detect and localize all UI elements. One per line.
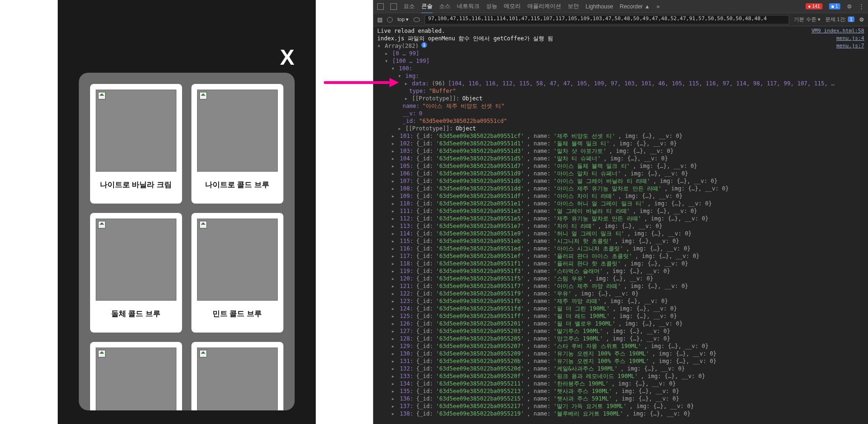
broken-image-icon [98, 92, 106, 99]
gear-icon[interactable]: ⚙ [859, 16, 864, 23]
caret-icon: ▸ [391, 320, 396, 327]
devtools-tabbar: 요소 콘솔 소스 네트워크 성능 메모리 애플리케이션 보안 Lighthous… [373, 0, 868, 13]
tab-sources[interactable]: 소스 [439, 2, 450, 10]
log-row[interactable]: ▸108: {_id: '63d5ee09e385022ba09551dd', … [373, 185, 868, 192]
log-row[interactable]: ▸117: {_id: '63d5ee09e385022ba09551ef', … [373, 252, 868, 260]
log-row[interactable]: ▸118: {_id: '63d5ee09e385022ba09551f1', … [373, 260, 868, 267]
tab-network[interactable]: 네트워크 [457, 2, 480, 10]
log-row[interactable]: ▸128: {_id: '63d5ee09e385022ba0955205', … [373, 335, 868, 342]
caret-icon: ▸ [391, 260, 396, 267]
log-row[interactable]: ▸137: {_id: '63d5ee09e385022ba0955217', … [373, 402, 868, 410]
issues-counter[interactable]: 문제 1건: 1 [825, 16, 854, 23]
gear-icon[interactable]: ⚙ [847, 3, 852, 10]
caret-icon: ▸ [391, 132, 396, 140]
tab-application[interactable]: 애플리케이션 [527, 2, 561, 10]
menu-card[interactable] [90, 342, 182, 410]
source-link[interactable]: menu.js:4 [836, 35, 864, 42]
log-row[interactable]: ▸123: {_id: '63d5ee09e385022ba09551fb', … [373, 297, 868, 305]
log-row[interactable]: ▸113: {_id: '63d5ee09e385022ba09551e7', … [373, 222, 868, 230]
log-row[interactable]: ▸120: {_id: '63d5ee09e385022ba09551f5', … [373, 275, 868, 282]
inspect-icon[interactable] [377, 3, 384, 10]
log-row[interactable]: ▸136: {_id: '63d5ee09e385022ba0955215', … [373, 395, 868, 402]
log-row[interactable]: ▸129: {_id: '63d5ee09e385022ba0955207', … [373, 342, 868, 350]
log-row[interactable]: ▸125: {_id: '63d5ee09e385022ba09551ff', … [373, 312, 868, 320]
caret-icon: ▾ [377, 42, 382, 50]
log-row[interactable]: ▸132: {_id: '63d5ee09e385022ba095520d', … [373, 365, 868, 372]
log-row[interactable]: ▸135: {_id: '63d5ee09e385022ba0955213', … [373, 387, 868, 395]
log-row[interactable]: ▸105: {_id: '63d5ee09e385022ba09551d7', … [373, 162, 868, 170]
log-row[interactable]: ▸110: {_id: '63d5ee09e385022ba09551e1', … [373, 200, 868, 207]
log-row[interactable]: ▸112: {_id: '63d5ee09e385022ba09551e5', … [373, 215, 868, 222]
info-badge[interactable]: ■ 1 [829, 3, 840, 9]
log-row[interactable]: ▸121: {_id: '63d5ee09e385022ba09551f7', … [373, 282, 868, 290]
log-row[interactable]: ▸114: {_id: '63d5ee09e385022ba09551e9', … [373, 230, 868, 237]
context-selector[interactable]: top ▾ [397, 16, 409, 23]
log-row[interactable]: ▸133: {_id: '63d5ee09e385022ba095520f', … [373, 372, 868, 380]
device-toggle-icon[interactable] [390, 3, 397, 10]
log-row[interactable]: ▸115: {_id: '63d5ee09e385022ba09551eb', … [373, 237, 868, 245]
caret-icon: ▸ [391, 185, 396, 192]
log-row[interactable]: ▸ data: (96) [104, 116, 116, 112, 115, 5… [373, 80, 868, 87]
log-row[interactable]: ▸101: {_id: '63d5ee09e385022ba09551cf', … [373, 132, 868, 140]
log-row[interactable]: ▸ [0 … 99] [373, 50, 868, 57]
log-row[interactable]: ▸119: {_id: '63d5ee09e385022ba09551f3', … [373, 267, 868, 275]
log-level-selector[interactable]: 기본 수준 ▾ [794, 16, 820, 23]
tab-console[interactable]: 콘솔 [421, 2, 433, 14]
log-row[interactable]: ▸ [[Prototype]]: Object [373, 125, 868, 132]
caret-icon: ▸ [391, 357, 396, 365]
tab-performance[interactable]: 성능 [486, 2, 497, 10]
menu-card[interactable] [191, 342, 283, 410]
menu-card[interactable]: 나이트로 콜드 브루 [191, 84, 283, 204]
caret-icon: ▸ [391, 147, 396, 155]
caret-icon: ▸ [404, 80, 409, 87]
caret-icon: ▸ [391, 410, 396, 417]
tab-elements[interactable]: 요소 [404, 2, 415, 10]
log-row[interactable]: ▾ 100: [373, 65, 868, 72]
caret-icon: ▸ [391, 380, 396, 387]
info-icon[interactable]: i [421, 42, 427, 48]
tab-memory[interactable]: 메모리 [504, 2, 521, 10]
log-row[interactable]: ▸111: {_id: '63d5ee09e385022ba09551e3', … [373, 207, 868, 215]
log-row[interactable]: ▸122: {_id: '63d5ee09e385022ba09551f9', … [373, 290, 868, 297]
caret-icon: ▸ [404, 95, 409, 102]
log-row[interactable]: ▸ [[Prototype]]: Object [373, 95, 868, 102]
log-row[interactable]: ▸131: {_id: '63d5ee09e385022ba095520b', … [373, 357, 868, 365]
menu-card[interactable]: 나이트로 바닐라 크림 [90, 84, 182, 204]
tab-security[interactable]: 보안 [568, 2, 579, 10]
log-row[interactable]: ▸107: {_id: '63d5ee09e385022ba09551db', … [373, 177, 868, 185]
tab-lighthouse[interactable]: Lighthouse [586, 3, 613, 10]
kebab-icon[interactable]: ⋮ [859, 3, 864, 10]
caret-icon: ▸ [391, 267, 396, 275]
close-button[interactable]: X [280, 45, 295, 70]
tab-recorder[interactable]: Recorder ▲ [620, 3, 650, 10]
sidebar-toggle-icon[interactable]: ▤ [377, 16, 382, 23]
log-row[interactable]: ▸127: {_id: '63d5ee09e385022ba0955203', … [373, 327, 868, 335]
clear-console-icon[interactable] [387, 17, 393, 23]
error-badge[interactable]: ● 141 [806, 3, 822, 9]
log-row[interactable]: ▸109: {_id: '63d5ee09e385022ba09551df', … [373, 192, 868, 200]
caret-icon: ▸ [391, 395, 396, 402]
log-row[interactable]: ▸138: {_id: '63d5ee09e385022ba0955219', … [373, 410, 868, 417]
source-link[interactable]: menu.js:7 [836, 42, 864, 50]
log-row[interactable]: ▸102: {_id: '63d5ee09e385022ba09551d1', … [373, 140, 868, 147]
caret-icon: ▸ [391, 207, 396, 215]
tab-more[interactable]: » [656, 3, 660, 10]
log-row[interactable]: ▸116: {_id: '63d5ee09e385022ba09551ed', … [373, 245, 868, 252]
log-row[interactable]: ▸124: {_id: '63d5ee09e385022ba09551fd', … [373, 305, 868, 312]
log-row[interactable]: ▸134: {_id: '63d5ee09e385022ba0955211', … [373, 380, 868, 387]
source-link[interactable]: VM9 index.html:58 [811, 27, 864, 35]
log-row[interactable]: ▸126: {_id: '63d5ee09e385022ba0955201', … [373, 320, 868, 327]
log-row[interactable]: ▸106: {_id: '63d5ee09e385022ba09551d9', … [373, 170, 868, 177]
log-row[interactable]: ▸104: {_id: '63d5ee09e385022ba09551d5', … [373, 155, 868, 162]
live-expression-icon[interactable] [413, 17, 420, 22]
filter-input[interactable]: 97,100,47,115,116,111,114,101,47,115,107… [425, 15, 789, 24]
devtools-panel: 요소 콘솔 소스 네트워크 성능 메모리 애플리케이션 보안 Lighthous… [373, 0, 868, 424]
log-row[interactable]: ▸103: {_id: '63d5ee09e385022ba09551d3', … [373, 147, 868, 155]
log-row[interactable]: ▾ [100 … 199] [373, 57, 868, 65]
menu-card[interactable]: 민트 콜드 브루 [191, 213, 283, 333]
log-row[interactable]: ▸130: {_id: '63d5ee09e385022ba0955209', … [373, 350, 868, 357]
menu-card[interactable]: 돌체 콜드 브루 [90, 213, 182, 333]
console-output[interactable]: Live reload enabled. VM9 index.html:58 i… [373, 26, 868, 424]
log-row[interactable]: ▾ img: [373, 72, 868, 80]
log-row[interactable]: ▾ Array(282) i menu.js:7 [373, 42, 868, 50]
